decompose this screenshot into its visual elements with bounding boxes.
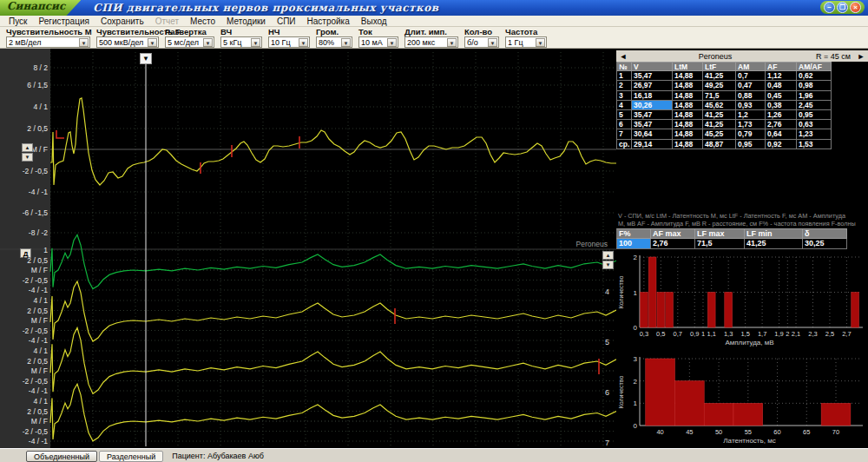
- prev-nerve-button[interactable]: ◄: [616, 52, 630, 61]
- toolbar-combo-8[interactable]: 200 мкс▼: [404, 36, 458, 48]
- split-scroll-down-button[interactable]: ▼: [602, 261, 614, 269]
- toolbar-combo-2[interactable]: 500 мкВ/дел▼: [96, 36, 159, 48]
- table-cell[interactable]: 0,47: [736, 81, 766, 90]
- menu-item-7[interactable]: СПИ: [277, 16, 296, 26]
- table-cell[interactable]: 0,7: [736, 71, 766, 81]
- fwave-summary-table[interactable]: F%AF maxLF maxLF minδ1002,7671,541,2530,…: [616, 228, 847, 249]
- fwave-value-cell[interactable]: 2,76: [651, 239, 695, 249]
- table-cell[interactable]: 0,92: [766, 140, 797, 149]
- table-cell[interactable]: 0,45: [766, 91, 797, 101]
- fwave-value-cell[interactable]: 41,25: [745, 239, 803, 249]
- table-cell[interactable]: 0,63: [797, 120, 832, 129]
- table-cell[interactable]: 6: [616, 120, 632, 129]
- chevron-down-icon[interactable]: ▼: [148, 38, 157, 47]
- close-button[interactable]: ×: [850, 2, 861, 13]
- table-cell[interactable]: 14,88: [673, 120, 703, 129]
- toolbar-combo-5[interactable]: 10 Гц▼: [268, 36, 310, 48]
- table-cell[interactable]: 1,73: [736, 120, 766, 129]
- maximize-button[interactable]: ❐: [837, 2, 848, 13]
- combined-scale-up-button[interactable]: ▲: [22, 143, 33, 152]
- table-cell[interactable]: 49,25: [703, 81, 736, 90]
- table-cell[interactable]: 0,38: [766, 101, 797, 110]
- next-nerve-button[interactable]: ►: [854, 52, 868, 61]
- table-cell[interactable]: 14,88: [673, 110, 703, 120]
- menu-item-1[interactable]: Пуск: [9, 16, 27, 26]
- fwave-value-cell[interactable]: 71,5: [695, 239, 745, 249]
- table-cell[interactable]: 14,88: [673, 101, 703, 110]
- table-cell[interactable]: 35,47: [632, 71, 673, 81]
- menu-item-6[interactable]: Методики: [227, 16, 266, 26]
- table-cell[interactable]: 41,25: [703, 71, 736, 81]
- chevron-down-icon[interactable]: ▼: [536, 38, 545, 47]
- table-cell[interactable]: 0,64: [766, 129, 797, 139]
- table-cell[interactable]: 2: [616, 81, 632, 90]
- table-cell[interactable]: 0,48: [766, 81, 797, 90]
- menu-item-9[interactable]: Выход: [361, 16, 387, 26]
- fwave-value-cell[interactable]: 30,25: [803, 239, 847, 249]
- table-cell[interactable]: 30,64: [632, 129, 673, 139]
- table-cell[interactable]: 71,5: [703, 91, 736, 101]
- menu-item-2[interactable]: Регистрация: [38, 16, 89, 26]
- table-cell[interactable]: 35,47: [632, 110, 673, 120]
- toolbar-combo-9[interactable]: б/о▼: [464, 36, 499, 48]
- table-cell[interactable]: 14,88: [673, 129, 703, 139]
- table-cell[interactable]: 0,93: [736, 101, 766, 110]
- table-cell[interactable]: 41,25: [703, 110, 736, 120]
- fwave-value-cell[interactable]: 100: [616, 239, 651, 249]
- table-cell[interactable]: 48,87: [703, 140, 736, 149]
- combined-scale-down-button[interactable]: ▼: [22, 153, 33, 162]
- tab-combined[interactable]: Объединенный: [26, 451, 97, 462]
- toolbar-combo-10[interactable]: 1 Гц▼: [505, 36, 547, 48]
- chevron-down-icon[interactable]: ▼: [299, 38, 308, 47]
- table-cell[interactable]: 1,53: [797, 140, 832, 149]
- results-table[interactable]: №VLtMLtFAMAFAM/AF135,4714,8841,250,71,12…: [616, 62, 832, 149]
- split-mode-button[interactable]: Д: [20, 248, 31, 258]
- toolbar-combo-3[interactable]: 5 мс/дел▼: [165, 36, 214, 48]
- menu-item-5[interactable]: Место: [190, 16, 215, 26]
- table-cell[interactable]: ср.: [616, 140, 632, 149]
- toolbar-combo-1[interactable]: 2 мВ/дел▼: [6, 36, 90, 48]
- table-cell[interactable]: 0,95: [797, 110, 832, 120]
- table-cell[interactable]: 14,88: [673, 81, 703, 90]
- table-cell[interactable]: 14,88: [673, 71, 703, 81]
- table-cell[interactable]: 45,62: [703, 101, 736, 110]
- table-cell[interactable]: 7: [616, 129, 632, 139]
- chevron-down-icon[interactable]: ▼: [251, 38, 260, 47]
- table-cell[interactable]: 30,26: [632, 101, 673, 110]
- menu-item-3[interactable]: Сохранить: [101, 16, 144, 26]
- table-cell[interactable]: 1,12: [766, 71, 797, 81]
- table-cell[interactable]: 0,95: [736, 140, 766, 149]
- table-cell[interactable]: 29,14: [632, 140, 673, 149]
- table-cell[interactable]: 1,26: [766, 110, 797, 120]
- table-cell[interactable]: 4: [616, 101, 632, 110]
- table-cell[interactable]: 45,25: [703, 129, 736, 139]
- table-cell[interactable]: 0,62: [797, 71, 832, 81]
- table-cell[interactable]: 0,98: [797, 81, 832, 90]
- table-cell[interactable]: 0,79: [736, 129, 766, 139]
- table-cell[interactable]: 14,88: [673, 140, 703, 149]
- chevron-down-icon[interactable]: ▼: [341, 38, 351, 47]
- tab-split[interactable]: Разделенный: [99, 451, 163, 462]
- chevron-down-icon[interactable]: ▼: [488, 38, 497, 47]
- menu-item-8[interactable]: Настройка: [307, 16, 350, 26]
- waveform-panel[interactable]: 8 / 26 / 1,54 / 12 / 0,5М / F-2 / -0,5-4…: [0, 49, 616, 448]
- chevron-down-icon[interactable]: ▼: [203, 38, 213, 47]
- table-cell[interactable]: 41,25: [703, 120, 736, 129]
- chevron-down-icon[interactable]: ▼: [79, 38, 89, 47]
- cursor-handle[interactable]: ▼: [140, 53, 152, 64]
- minimize-button[interactable]: −: [824, 2, 835, 13]
- table-cell[interactable]: 14,88: [673, 91, 703, 101]
- toolbar-combo-7[interactable]: 10 мА▼: [358, 36, 398, 48]
- table-cell[interactable]: 3: [616, 91, 632, 101]
- chevron-down-icon[interactable]: ▼: [387, 38, 397, 47]
- table-cell[interactable]: 1,23: [797, 129, 832, 139]
- toolbar-combo-4[interactable]: 5 кГц▼: [220, 36, 262, 48]
- table-cell[interactable]: 26,97: [632, 81, 673, 90]
- table-cell[interactable]: 16,18: [632, 91, 673, 101]
- table-cell[interactable]: 5: [616, 110, 632, 120]
- table-cell[interactable]: 35,47: [632, 120, 673, 129]
- table-cell[interactable]: 2,76: [766, 120, 797, 129]
- table-cell[interactable]: 1,96: [797, 91, 832, 101]
- toolbar-combo-6[interactable]: 80%▼: [316, 36, 352, 48]
- split-scroll-up-button[interactable]: ▲: [602, 251, 614, 260]
